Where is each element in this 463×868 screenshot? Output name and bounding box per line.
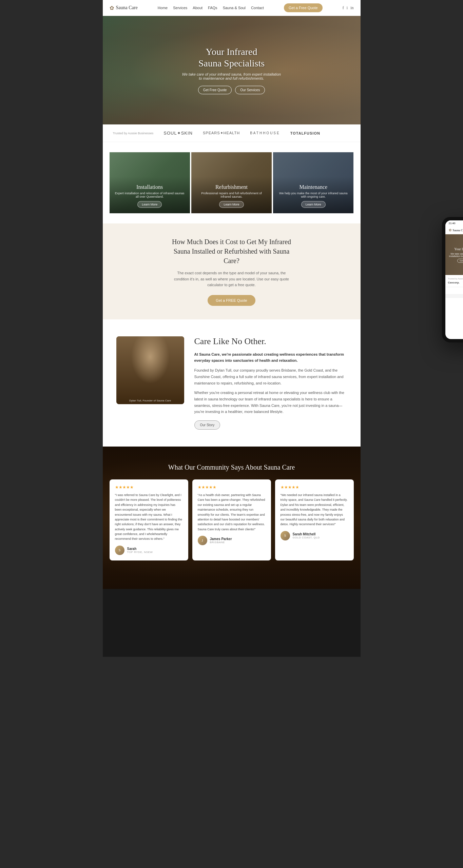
- site-logo[interactable]: ✿ Sauna Care: [110, 5, 138, 11]
- services-section: Installations Expert installation and re…: [103, 142, 361, 223]
- cost-body: The exact cost depends on the type and m…: [171, 270, 293, 288]
- hero-section: Your Infrared Sauna Specialists We take …: [103, 16, 361, 124]
- author-1: S Sarah TOP RYDE, NSEW: [115, 546, 183, 555]
- maintenance-learn-btn[interactable]: Learn More: [301, 201, 326, 208]
- stars-2: ★★★★★: [198, 485, 266, 490]
- nav-faqs[interactable]: FAQs: [208, 6, 217, 10]
- instagram-icon[interactable]: i: [347, 5, 348, 11]
- author-name-1: Sarah: [127, 547, 153, 551]
- mobile-btn-quote[interactable]: Get Free Quote: [457, 259, 463, 263]
- review-text-2: "As a health club owner, partnering with…: [198, 493, 266, 532]
- trusted-label: Trusted by Aussie Businesses: [113, 132, 154, 135]
- nav-about[interactable]: About: [193, 6, 202, 10]
- mobile-time: 21:40: [449, 222, 456, 225]
- service-card-installations[interactable]: Installations Expert installation and re…: [110, 152, 190, 213]
- mobile-hero: Your Infrared Sauna Specialists We take …: [445, 234, 463, 275]
- mobile-hero-sub: We take care of your infrared sauna from…: [449, 253, 463, 257]
- service-card-maintenance[interactable]: Maintenance We help you make the most of…: [273, 152, 353, 213]
- nav-contact[interactable]: Contact: [251, 6, 264, 10]
- hero-buttons: Get Free Quote Our Services: [181, 86, 283, 94]
- main-nav: Home Services About FAQs Sauna & Soul Co…: [158, 6, 264, 10]
- cost-heading: How Much Does it Cost to Get My Infrared…: [167, 237, 296, 265]
- installations-desc: Expert installation and relocation of in…: [115, 192, 185, 198]
- maintenance-desc: We help you make the most of your infrar…: [278, 192, 348, 198]
- author-name-3: Sarah Mitchell: [293, 532, 320, 536]
- social-links: f i in: [343, 5, 354, 11]
- stars-1: ★★★★★: [115, 485, 183, 490]
- about-para2: Whether you're creating a personal retre…: [194, 390, 347, 415]
- person-photo: [116, 336, 184, 404]
- installations-overlay: Installations Expert installation and re…: [110, 152, 190, 213]
- author-location-1: TOP RYDE, NSEW: [127, 551, 153, 554]
- mobile-hero-title: Your Infrared Sauna Specialists: [454, 247, 463, 251]
- about-section: Dylan Tull, Founder of Sauna Care Care L…: [103, 319, 361, 447]
- refurb-title: Refurbishment: [215, 184, 248, 190]
- linkedin-icon[interactable]: in: [350, 5, 353, 11]
- mobile-brands: Cavcorp. TOTALFUSION: [448, 281, 463, 284]
- installations-learn-btn[interactable]: Learn More: [137, 201, 162, 208]
- mobile-hero-buttons: Get Free Quote Our Services: [457, 259, 463, 263]
- image-caption: Dylan Tull, Founder of Sauna Care: [116, 399, 184, 402]
- our-story-button[interactable]: Our Story: [194, 420, 220, 430]
- testimonial-card-3: ★★★★★ "We needed our infrared sauna inst…: [275, 479, 354, 560]
- footer-section: [103, 589, 361, 657]
- refurb-overlay: Refurbishment Professional repairs and f…: [191, 152, 272, 213]
- author-location-2: BRISBANE: [210, 541, 232, 544]
- testimonials-grid: ★★★★★ "I was referred to Sauna Care by C…: [110, 479, 354, 560]
- testimonials-heading: What Our Community Says About Sauna Care: [110, 463, 354, 471]
- brand-spears: SPEARS✦HEALTH: [203, 131, 240, 135]
- trusted-logos: SOUL✦SKIN SPEARS✦HEALTH BATHHOUSE TOTALF…: [163, 131, 350, 136]
- logo-icon: ✿: [110, 5, 114, 11]
- maintenance-title: Maintenance: [300, 184, 328, 190]
- nav-services[interactable]: Services: [173, 6, 187, 10]
- site-name: Sauna Care: [116, 5, 138, 11]
- brand-bathhouse: BATHHOUSE: [250, 131, 280, 135]
- mobile-mockup: 21:40 ▶ ◈ ▮▮▮ ✿ Sauna Care ☰ Your Infrar…: [442, 217, 463, 342]
- mobile-url-bar: sauncare.com.au — Private: [445, 294, 463, 298]
- author-2: J James Parker BRISBANE: [198, 536, 266, 545]
- maintenance-overlay: Maintenance We help you make the most of…: [273, 152, 353, 213]
- avatar-1: S: [115, 546, 124, 555]
- brand-totalfusion: TOTALFUSION: [290, 131, 320, 135]
- testimonials-section: What Our Community Says About Sauna Care…: [103, 447, 361, 589]
- hero-content: Your Infrared Sauna Specialists We take …: [181, 46, 283, 94]
- about-intro: At Sauna Care, we're passionate about cr…: [194, 351, 347, 364]
- stars-3: ★★★★★: [281, 485, 348, 490]
- mobile-trusted: Trusted by Aussie Businesses Cavcorp. TO…: [445, 275, 463, 287]
- refurb-desc: Professional repairs and full refurbishm…: [197, 192, 266, 198]
- avatar-2: J: [198, 536, 207, 545]
- mobile-logo-icon: ✿: [449, 228, 451, 232]
- author-location-3: GOLD COAST, QLD: [293, 536, 320, 539]
- mobile-trusted-label: Trusted by Aussie Businesses: [448, 278, 463, 280]
- hero-services-button[interactable]: Our Services: [235, 86, 265, 94]
- mobile-nav: ✿ Sauna Care ☰: [445, 226, 463, 234]
- mobile-brand-1: Cavcorp.: [448, 281, 460, 284]
- testimonial-card-1: ★★★★★ "I was referred to Sauna Care by C…: [110, 479, 188, 560]
- hero-quote-button[interactable]: Get Free Quote: [198, 86, 232, 94]
- mobile-status-bar: 21:40 ▶ ◈ ▮▮▮: [445, 220, 463, 226]
- services-grid: Installations Expert installation and re…: [110, 152, 354, 213]
- service-card-refurb[interactable]: Refurbishment Professional repairs and f…: [191, 152, 272, 213]
- brand-soul: SOUL✦SKIN: [163, 131, 193, 136]
- nav-home[interactable]: Home: [158, 6, 168, 10]
- navbar: ✿ Sauna Care Home Services About FAQs Sa…: [103, 0, 361, 16]
- avatar-3: S: [281, 531, 290, 540]
- review-text-3: "We needed our infrared sauna installed …: [281, 493, 348, 527]
- testimonial-card-2: ★★★★★ "As a health club owner, partnerin…: [192, 479, 271, 560]
- trusted-bar: Trusted by Aussie Businesses SOUL✦SKIN S…: [103, 124, 361, 142]
- facebook-icon[interactable]: f: [343, 5, 344, 11]
- cost-cta-button[interactable]: Get a FREE Quote: [208, 295, 255, 306]
- about-heading: Care Like No Other.: [194, 336, 347, 347]
- about-content: Care Like No Other. At Sauna Care, we're…: [194, 336, 347, 430]
- navbar-cta-button[interactable]: Get a Free Quote: [284, 3, 323, 12]
- mobile-screen: 21:40 ▶ ◈ ▮▮▮ ✿ Sauna Care ☰ Your Infrar…: [445, 220, 463, 339]
- about-para1: Founded by Dylan Tull, our company proud…: [194, 367, 347, 386]
- installations-title: Installations: [136, 184, 163, 190]
- about-image: Dylan Tull, Founder of Sauna Care: [116, 336, 184, 404]
- hero-subtitle: We take care of your infrared sauna, fro…: [181, 72, 283, 80]
- refurb-learn-btn[interactable]: Learn More: [219, 201, 244, 208]
- review-text-1: "I was referred to Sauna Care by Clearli…: [115, 493, 183, 541]
- mobile-logo-text: Sauna Care: [453, 229, 463, 232]
- nav-sauna-soul[interactable]: Sauna & Soul: [223, 6, 246, 10]
- cost-section: How Much Does it Cost to Get My Infrared…: [103, 223, 361, 319]
